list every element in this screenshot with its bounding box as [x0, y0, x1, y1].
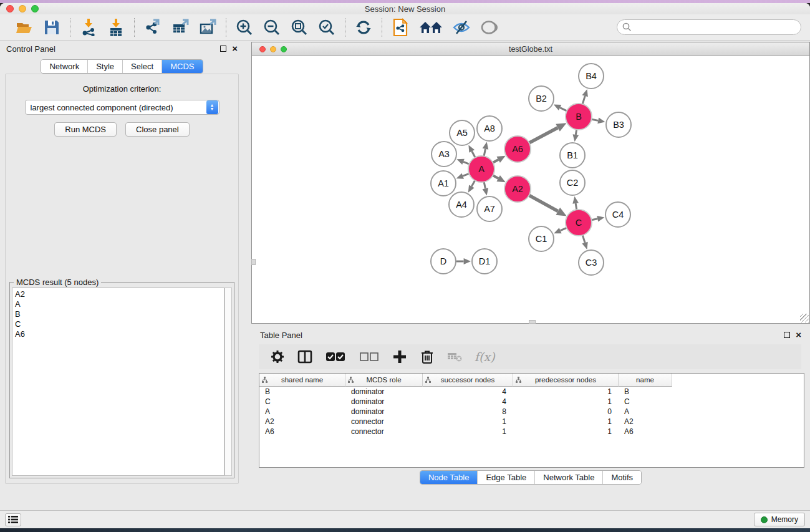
graph-node-D[interactable]: D	[431, 249, 456, 274]
graph-edge-B-B1[interactable]	[576, 130, 576, 135]
tab-motifs[interactable]: Motifs	[603, 471, 641, 484]
network-canvas[interactable]: AA1A2A3A4A5A6A7A8BB1B2B3B4CC1C2C3C4DD1	[252, 56, 809, 323]
graph-node-A4[interactable]: A4	[449, 192, 474, 217]
horizontal-pane-handle[interactable]	[529, 320, 536, 324]
close-panel-icon[interactable]: ×	[232, 46, 238, 52]
table-cell[interactable]: A	[619, 407, 672, 416]
graph-edge-A-A2[interactable]	[493, 175, 498, 178]
add-column-icon[interactable]	[392, 349, 407, 364]
result-list-item[interactable]: A6	[15, 329, 221, 339]
graph-node-A7[interactable]: A7	[477, 196, 502, 221]
result-list-item[interactable]: A2	[15, 289, 221, 299]
graph-edge-A-A5[interactable]	[472, 151, 475, 157]
table-cell[interactable]: 1	[513, 417, 619, 426]
table-cell[interactable]: 1	[513, 387, 619, 396]
table-cell[interactable]: dominator	[345, 387, 423, 396]
refresh-icon[interactable]	[354, 18, 373, 37]
tab-style[interactable]: Style	[88, 60, 123, 73]
select-all-icon[interactable]	[325, 349, 346, 364]
graph-node-B4[interactable]: B4	[579, 64, 604, 89]
graph-edge-C-C2[interactable]	[576, 203, 577, 210]
result-scrollbar[interactable]	[224, 288, 232, 476]
table-cell[interactable]: A6	[619, 427, 672, 436]
table-cell[interactable]: A	[259, 407, 345, 416]
criterion-select[interactable]: largest connected component (directed) ▲…	[25, 100, 219, 115]
save-session-button[interactable]	[42, 18, 61, 37]
graph-edge-C-C4[interactable]	[592, 219, 598, 220]
export-network-icon[interactable]	[143, 18, 162, 37]
result-list-item[interactable]: C	[15, 319, 221, 329]
table-cell[interactable]: 1	[513, 427, 619, 436]
table-cell[interactable]: dominator	[345, 407, 423, 416]
column-header[interactable]: successor nodes	[423, 374, 513, 387]
graph-node-C[interactable]: C	[566, 210, 592, 236]
column-header[interactable]: name	[619, 374, 672, 387]
result-list-item[interactable]: B	[15, 309, 221, 319]
tab-network[interactable]: Network	[41, 60, 88, 73]
zoom-out-icon[interactable]	[263, 18, 281, 37]
table-row[interactable]: A6connector11A6	[259, 427, 804, 437]
graph-edge-B-B2[interactable]	[560, 108, 567, 111]
network-window-titlebar[interactable]: testGlobe.txt	[252, 42, 809, 56]
task-history-button[interactable]	[5, 513, 21, 526]
table-cell[interactable]: C	[259, 397, 345, 406]
hide-selected-icon[interactable]	[452, 18, 471, 37]
delete-column-trash-icon[interactable]	[420, 349, 435, 364]
table-cell[interactable]: C	[619, 397, 672, 406]
network-minimize-button[interactable]	[270, 46, 276, 52]
run-mcds-button[interactable]: Run MCDS	[54, 122, 117, 137]
first-neighbors-icon[interactable]	[418, 18, 443, 37]
column-header[interactable]: shared name	[259, 374, 345, 387]
table-cell[interactable]: 1	[423, 417, 513, 426]
graph-edge-C-C1[interactable]	[561, 228, 567, 230]
table-cell[interactable]: 1	[513, 397, 619, 406]
table-row[interactable]: Cdominator41C	[259, 397, 804, 407]
graph-node-C1[interactable]: C1	[529, 226, 554, 251]
resize-grip[interactable]	[800, 314, 809, 322]
delete-table-icon[interactable]	[447, 349, 462, 364]
graph-node-A8[interactable]: A8	[477, 116, 502, 141]
table-cell[interactable]: B	[619, 387, 672, 396]
float-panel-icon[interactable]	[220, 46, 226, 52]
export-image-icon[interactable]	[198, 18, 217, 37]
table-row[interactable]: Adominator80A	[259, 407, 804, 417]
graph-edge-A-A8[interactable]	[484, 149, 485, 157]
show-all-icon[interactable]	[480, 18, 498, 37]
graph-edge-B-B3[interactable]	[592, 119, 599, 120]
tab-select[interactable]: Select	[123, 60, 162, 73]
graph-node-B3[interactable]: B3	[606, 112, 631, 137]
table-cell[interactable]: A2	[259, 417, 345, 426]
settings-gear-icon[interactable]	[270, 349, 285, 364]
graph-node-C4[interactable]: C4	[605, 202, 630, 227]
tab-node-table[interactable]: Node Table	[420, 471, 478, 484]
graph-edge-A-A3[interactable]	[463, 162, 469, 164]
zoom-window-button[interactable]	[31, 5, 39, 12]
close-panel-button[interactable]: Close panel	[125, 122, 190, 137]
table-cell[interactable]: A2	[619, 417, 672, 426]
graph-edge-A-A1[interactable]	[463, 173, 469, 176]
tab-network-table[interactable]: Network Table	[535, 471, 603, 484]
search-input[interactable]	[617, 19, 801, 35]
vertical-pane-handle[interactable]	[251, 259, 256, 265]
graph-node-A[interactable]: A	[468, 156, 494, 182]
table-cell[interactable]: 0	[513, 407, 619, 416]
graph-edge-A-A6[interactable]	[493, 160, 498, 163]
graph-node-A2[interactable]: A2	[504, 176, 531, 202]
result-list-item[interactable]: A	[15, 299, 221, 309]
table-row[interactable]: A2connector11A2	[259, 417, 804, 427]
export-table-icon[interactable]	[171, 18, 190, 37]
table-row[interactable]: Bdominator41B	[259, 387, 804, 397]
graph-node-D1[interactable]: D1	[472, 249, 497, 274]
close-window-button[interactable]	[6, 5, 14, 12]
memory-button[interactable]: Memory	[754, 513, 805, 526]
graph-node-C3[interactable]: C3	[579, 250, 604, 275]
column-header[interactable]: MCDS role	[345, 374, 423, 387]
split-view-icon[interactable]	[297, 349, 312, 364]
graph-edge-A-A4[interactable]	[471, 180, 475, 186]
import-network-icon[interactable]	[79, 18, 98, 37]
graph-edge-C-C3[interactable]	[582, 235, 585, 243]
network-close-button[interactable]	[259, 46, 266, 52]
deselect-all-icon[interactable]	[359, 349, 380, 364]
table-cell[interactable]: 1	[423, 427, 513, 436]
network-from-selection-icon[interactable]	[391, 18, 410, 37]
